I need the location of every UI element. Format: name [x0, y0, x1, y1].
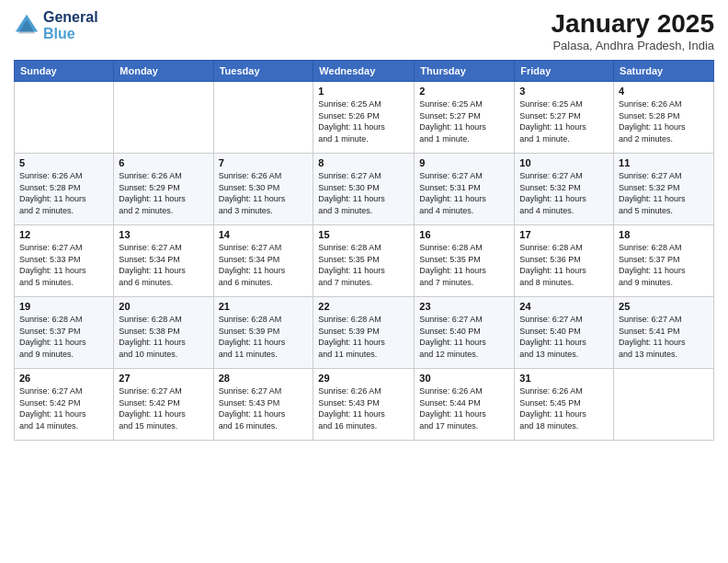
day-info: Sunrise: 6:26 AM Sunset: 5:45 PM Dayligh…: [519, 385, 609, 431]
day-info: Sunrise: 6:27 AM Sunset: 5:42 PM Dayligh…: [119, 385, 208, 431]
day-number: 4: [619, 86, 709, 97]
day-info: Sunrise: 6:26 AM Sunset: 5:28 PM Dayligh…: [619, 98, 709, 144]
calendar-cell: 10Sunrise: 6:27 AM Sunset: 5:32 PM Dayli…: [515, 154, 614, 225]
day-info: Sunrise: 6:28 AM Sunset: 5:37 PM Dayligh…: [19, 314, 108, 360]
day-info: Sunrise: 6:28 AM Sunset: 5:37 PM Dayligh…: [619, 242, 709, 288]
day-info: Sunrise: 6:28 AM Sunset: 5:35 PM Dayligh…: [318, 242, 409, 288]
day-info: Sunrise: 6:27 AM Sunset: 5:40 PM Dayligh…: [419, 314, 509, 360]
calendar-cell: 9Sunrise: 6:27 AM Sunset: 5:31 PM Daylig…: [415, 154, 515, 225]
calendar-cell: 15Sunrise: 6:28 AM Sunset: 5:35 PM Dayli…: [313, 225, 415, 297]
week-row-4: 19Sunrise: 6:28 AM Sunset: 5:37 PM Dayli…: [15, 297, 714, 369]
day-number: 18: [619, 229, 709, 240]
calendar-cell: 12Sunrise: 6:27 AM Sunset: 5:33 PM Dayli…: [15, 225, 114, 297]
day-number: 28: [219, 373, 309, 384]
day-number: 2: [419, 86, 509, 97]
day-number: 9: [419, 157, 509, 168]
day-info: Sunrise: 6:26 AM Sunset: 5:44 PM Dayligh…: [419, 385, 509, 431]
day-number: 14: [219, 229, 309, 240]
day-number: 6: [119, 157, 208, 168]
logo-text-general: General: [43, 9, 98, 26]
day-info: Sunrise: 6:25 AM Sunset: 5:26 PM Dayligh…: [318, 98, 409, 144]
weekday-header-wednesday: Wednesday: [313, 61, 415, 82]
weekday-header-row: SundayMondayTuesdayWednesdayThursdayFrid…: [15, 61, 714, 82]
day-number: 15: [318, 229, 409, 240]
day-number: 26: [19, 373, 108, 384]
calendar-cell: 22Sunrise: 6:28 AM Sunset: 5:39 PM Dayli…: [313, 297, 415, 369]
day-info: Sunrise: 6:28 AM Sunset: 5:38 PM Dayligh…: [119, 314, 208, 360]
calendar-table: SundayMondayTuesdayWednesdayThursdayFrid…: [14, 60, 714, 441]
weekday-header-friday: Friday: [515, 61, 614, 82]
calendar-cell: 20Sunrise: 6:28 AM Sunset: 5:38 PM Dayli…: [114, 297, 213, 369]
day-info: Sunrise: 6:28 AM Sunset: 5:39 PM Dayligh…: [219, 314, 309, 360]
calendar-cell: 8Sunrise: 6:27 AM Sunset: 5:30 PM Daylig…: [313, 154, 415, 225]
logo-text-blue: Blue: [43, 26, 98, 42]
calendar-cell: 24Sunrise: 6:27 AM Sunset: 5:40 PM Dayli…: [515, 297, 614, 369]
day-info: Sunrise: 6:26 AM Sunset: 5:29 PM Dayligh…: [119, 170, 208, 216]
calendar-cell: 11Sunrise: 6:27 AM Sunset: 5:32 PM Dayli…: [614, 154, 714, 225]
logo: General Blue: [14, 9, 98, 41]
day-number: 20: [119, 301, 208, 312]
calendar-cell: 13Sunrise: 6:27 AM Sunset: 5:34 PM Dayli…: [114, 225, 213, 297]
weekday-header-tuesday: Tuesday: [213, 61, 313, 82]
calendar-cell: 23Sunrise: 6:27 AM Sunset: 5:40 PM Dayli…: [415, 297, 515, 369]
day-number: 11: [619, 157, 709, 168]
week-row-1: 1Sunrise: 6:25 AM Sunset: 5:26 PM Daylig…: [15, 82, 714, 154]
day-info: Sunrise: 6:25 AM Sunset: 5:27 PM Dayligh…: [519, 98, 609, 144]
week-row-3: 12Sunrise: 6:27 AM Sunset: 5:33 PM Dayli…: [15, 225, 714, 297]
day-number: 5: [19, 157, 108, 168]
day-info: Sunrise: 6:27 AM Sunset: 5:34 PM Dayligh…: [219, 242, 309, 288]
day-number: 8: [318, 157, 409, 168]
day-info: Sunrise: 6:27 AM Sunset: 5:43 PM Dayligh…: [219, 385, 309, 431]
day-number: 21: [219, 301, 309, 312]
day-number: 13: [119, 229, 208, 240]
weekday-header-thursday: Thursday: [415, 61, 515, 82]
page-header: General Blue January 2025 Palasa, Andhra…: [14, 9, 714, 52]
calendar-cell: 5Sunrise: 6:26 AM Sunset: 5:28 PM Daylig…: [15, 154, 114, 225]
calendar-cell: 27Sunrise: 6:27 AM Sunset: 5:42 PM Dayli…: [114, 369, 213, 441]
day-info: Sunrise: 6:28 AM Sunset: 5:36 PM Dayligh…: [519, 242, 609, 288]
calendar-cell: [15, 82, 114, 154]
day-info: Sunrise: 6:27 AM Sunset: 5:34 PM Dayligh…: [119, 242, 208, 288]
day-number: 29: [318, 373, 409, 384]
calendar-cell: [614, 369, 714, 441]
week-row-2: 5Sunrise: 6:26 AM Sunset: 5:28 PM Daylig…: [15, 154, 714, 225]
day-info: Sunrise: 6:27 AM Sunset: 5:30 PM Dayligh…: [318, 170, 409, 216]
calendar-cell: 3Sunrise: 6:25 AM Sunset: 5:27 PM Daylig…: [515, 82, 614, 154]
day-number: 1: [318, 86, 409, 97]
calendar-cell: 18Sunrise: 6:28 AM Sunset: 5:37 PM Dayli…: [614, 225, 714, 297]
logo-icon: [14, 13, 40, 39]
week-row-5: 26Sunrise: 6:27 AM Sunset: 5:42 PM Dayli…: [15, 369, 714, 441]
calendar-cell: 25Sunrise: 6:27 AM Sunset: 5:41 PM Dayli…: [614, 297, 714, 369]
day-number: 19: [19, 301, 108, 312]
day-info: Sunrise: 6:27 AM Sunset: 5:32 PM Dayligh…: [619, 170, 709, 216]
day-number: 10: [519, 157, 609, 168]
day-number: 31: [519, 373, 609, 384]
title-block: January 2025 Palasa, Andhra Pradesh, Ind…: [552, 9, 714, 52]
day-info: Sunrise: 6:28 AM Sunset: 5:35 PM Dayligh…: [419, 242, 509, 288]
weekday-header-saturday: Saturday: [614, 61, 714, 82]
calendar-cell: [213, 82, 313, 154]
calendar-cell: 7Sunrise: 6:26 AM Sunset: 5:30 PM Daylig…: [213, 154, 313, 225]
calendar-cell: 16Sunrise: 6:28 AM Sunset: 5:35 PM Dayli…: [415, 225, 515, 297]
calendar-cell: 29Sunrise: 6:26 AM Sunset: 5:43 PM Dayli…: [313, 369, 415, 441]
day-number: 22: [318, 301, 409, 312]
day-info: Sunrise: 6:27 AM Sunset: 5:33 PM Dayligh…: [19, 242, 108, 288]
weekday-header-sunday: Sunday: [15, 61, 114, 82]
calendar-page: General Blue January 2025 Palasa, Andhra…: [0, 0, 728, 563]
day-number: 23: [419, 301, 509, 312]
day-number: 27: [119, 373, 208, 384]
calendar-cell: 19Sunrise: 6:28 AM Sunset: 5:37 PM Dayli…: [15, 297, 114, 369]
day-number: 25: [619, 301, 709, 312]
day-info: Sunrise: 6:28 AM Sunset: 5:39 PM Dayligh…: [318, 314, 409, 360]
calendar-cell: 31Sunrise: 6:26 AM Sunset: 5:45 PM Dayli…: [515, 369, 614, 441]
day-number: 24: [519, 301, 609, 312]
day-info: Sunrise: 6:27 AM Sunset: 5:32 PM Dayligh…: [519, 170, 609, 216]
day-info: Sunrise: 6:27 AM Sunset: 5:41 PM Dayligh…: [619, 314, 709, 360]
calendar-cell: 28Sunrise: 6:27 AM Sunset: 5:43 PM Dayli…: [213, 369, 313, 441]
month-title: January 2025: [552, 9, 714, 39]
day-info: Sunrise: 6:25 AM Sunset: 5:27 PM Dayligh…: [419, 98, 509, 144]
calendar-cell: 21Sunrise: 6:28 AM Sunset: 5:39 PM Dayli…: [213, 297, 313, 369]
calendar-cell: [114, 82, 213, 154]
calendar-cell: 30Sunrise: 6:26 AM Sunset: 5:44 PM Dayli…: [415, 369, 515, 441]
calendar-cell: 17Sunrise: 6:28 AM Sunset: 5:36 PM Dayli…: [515, 225, 614, 297]
